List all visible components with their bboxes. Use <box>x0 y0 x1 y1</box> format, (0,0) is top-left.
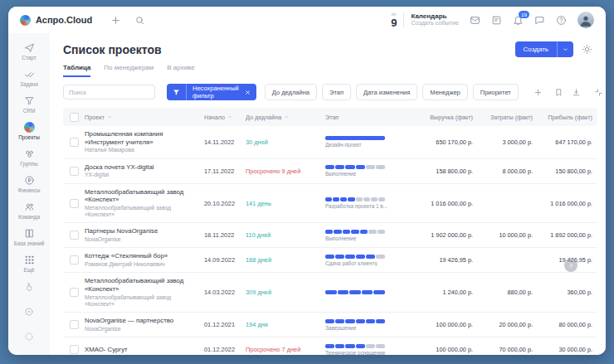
notes-icon[interactable] <box>491 15 502 26</box>
sidebar-item-label: Команда <box>18 214 40 220</box>
mail-icon[interactable] <box>470 15 480 26</box>
project-cell: ХМАО- Сургут <box>85 346 204 354</box>
user-avatar[interactable] <box>577 12 594 28</box>
finance-icon <box>24 175 35 186</box>
brand-name: Аспро.Cloud <box>36 15 92 25</box>
sidebar-item-0[interactable]: Старт <box>8 38 50 65</box>
row-checkbox[interactable] <box>70 288 79 297</box>
search-icon[interactable] <box>134 15 145 26</box>
start-date: 20.10.2022 <box>204 200 246 207</box>
caret-down-icon <box>227 114 232 119</box>
stage-label: Выполнение <box>325 235 405 241</box>
project-cell: Металлообрабатывающий завод «Конспект»Ме… <box>85 277 204 308</box>
column-header-label: Этап <box>325 114 339 121</box>
table-row[interactable]: Доска почета YX-digitalYX-digital17.11.2… <box>63 159 597 184</box>
filter-button-2[interactable]: Дата изменения <box>356 84 417 100</box>
team-icon <box>24 201 35 212</box>
sidebar-item-2[interactable]: CRM <box>8 91 50 118</box>
project-subtitle: Металлообрабатывающий завод «Конспект» <box>85 205 197 218</box>
start-date: 01.12.2021 <box>204 321 246 328</box>
filter-button-1[interactable]: Этап <box>322 84 351 100</box>
project-cell: NovaOrganise — партнерствоNovaOrganise <box>85 317 204 332</box>
project-cell: Партнеры NovaOrganiseNovaOrganise <box>85 227 204 243</box>
project-cell: Коттедж «Стеклянный бор»Романов Дмитрий … <box>85 252 204 268</box>
sidebar-item-8[interactable]: Ещё <box>8 250 50 277</box>
filter-toolbar: Несохраненный фильтр До дедлайнаЭтапДата… <box>50 77 606 106</box>
target-icon[interactable] <box>24 305 34 320</box>
search-input[interactable] <box>63 85 155 99</box>
tab-1[interactable]: По менеджерам <box>104 64 154 77</box>
sidebar-item-label: База знаний <box>14 240 45 246</box>
sidebar-item-7[interactable]: База знаний <box>8 224 50 250</box>
stage-label: Сдача работ клиенту <box>325 260 405 266</box>
help-icon[interactable] <box>556 15 567 26</box>
project-cell: Металлообрабатывающий завод «Конспект»Ме… <box>85 188 204 219</box>
revenue-cell: 100 000,00 р. <box>410 321 473 328</box>
active-filter-chip[interactable]: Несохраненный фильтр <box>167 84 256 100</box>
plus-icon[interactable] <box>534 88 543 97</box>
sidebar-item-1[interactable]: Задачи <box>8 65 50 91</box>
dashed-circle-icon[interactable] <box>24 330 34 345</box>
start-icon <box>24 42 35 53</box>
calendar-widget[interactable]: пт 9 Календарь Создать событие <box>391 12 459 28</box>
row-checkbox[interactable] <box>70 199 79 208</box>
scroll-right-button[interactable] <box>564 259 577 272</box>
table-row[interactable]: Промышленная компания «Инструмент учител… <box>63 126 597 159</box>
tab-2[interactable]: В архиве <box>167 64 194 77</box>
bookmark-icon[interactable] <box>554 88 563 97</box>
close-icon[interactable] <box>245 90 256 95</box>
row-checkbox[interactable] <box>70 138 79 147</box>
tab-0[interactable]: Таблица <box>63 64 90 77</box>
settings-gear-icon[interactable] <box>582 44 592 55</box>
caret-down-icon <box>284 114 289 119</box>
stage-progress-bar <box>325 230 385 234</box>
plus-icon[interactable] <box>110 15 121 26</box>
stage-cell <box>325 290 410 294</box>
table-row[interactable]: Партнеры NovaOrganiseNovaOrganise18.11.2… <box>63 223 597 248</box>
stage-cell: Техническое оснащение <box>325 344 410 355</box>
table-row[interactable]: Металлообрабатывающий завод «Конспект»Ме… <box>63 184 597 224</box>
brand-logo-icon <box>20 15 31 26</box>
row-checkbox[interactable] <box>70 231 79 240</box>
table-row[interactable]: NovaOrganise — партнерствоNovaOrganise01… <box>63 313 597 337</box>
sidebar-item-5[interactable]: Финансы <box>8 171 50 197</box>
table-row[interactable]: Коттедж «Стеклянный бор»Романов Дмитрий … <box>63 248 597 273</box>
sidebar-item-6[interactable]: Команда <box>8 197 50 224</box>
sidebar-item-label: CRM <box>23 108 36 114</box>
costs-cell: 70 000,00 р. <box>473 346 533 353</box>
row-checkbox[interactable] <box>70 255 79 265</box>
notification-badge: 19 <box>519 11 529 18</box>
calendar-create-event[interactable]: Создать событие <box>411 20 459 27</box>
groups-icon <box>24 148 35 159</box>
create-dropdown-caret-icon[interactable] <box>557 41 573 57</box>
column-header-5: Затраты (факт) <box>473 114 533 121</box>
costs-cell: 20 000,00 р. <box>473 321 533 328</box>
project-name: Партнеры NovaOrganise <box>85 227 197 235</box>
deadline-cell: 194 дня <box>246 321 325 328</box>
select-all-checkbox[interactable] <box>70 113 79 122</box>
create-button[interactable]: Создать <box>515 41 573 57</box>
column-header-label: Начало <box>204 114 225 121</box>
filter-button-0[interactable]: До дедлайна <box>265 84 317 100</box>
filter-button-3[interactable]: Менеджер <box>422 84 467 100</box>
column-header-6: Прибыль (факт) <box>533 114 597 121</box>
collapse-icon[interactable] <box>594 88 603 97</box>
column-header-2[interactable]: До дедлайна <box>246 114 325 121</box>
download-icon[interactable] <box>572 88 581 97</box>
column-header-0[interactable]: Проект <box>85 114 204 121</box>
sidebar-item-4[interactable]: Группы <box>8 144 50 171</box>
chat-icon[interactable] <box>534 15 545 26</box>
column-header-1[interactable]: Начало <box>204 114 246 121</box>
row-checkbox[interactable] <box>70 167 79 176</box>
stage-label: Завершение <box>325 325 405 331</box>
main-content: Список проектов Создать ТаблицаПо менедж… <box>50 33 606 355</box>
row-checkbox[interactable] <box>70 345 79 354</box>
bell-icon[interactable]: 19 <box>513 15 524 26</box>
row-checkbox[interactable] <box>70 320 79 329</box>
filter-button-4[interactable]: Приоритет <box>473 84 519 100</box>
table-row[interactable]: ХМАО- Сургут01.12.2022Просрочено 7 днейТ… <box>63 337 597 355</box>
hand-pointer-icon[interactable] <box>24 280 34 295</box>
table-row[interactable]: Металлообрабатывающий завод «Конспект»Ме… <box>63 273 597 313</box>
sidebar-item-3[interactable]: Проекты <box>8 118 50 144</box>
topbar-left-icons <box>110 15 145 26</box>
